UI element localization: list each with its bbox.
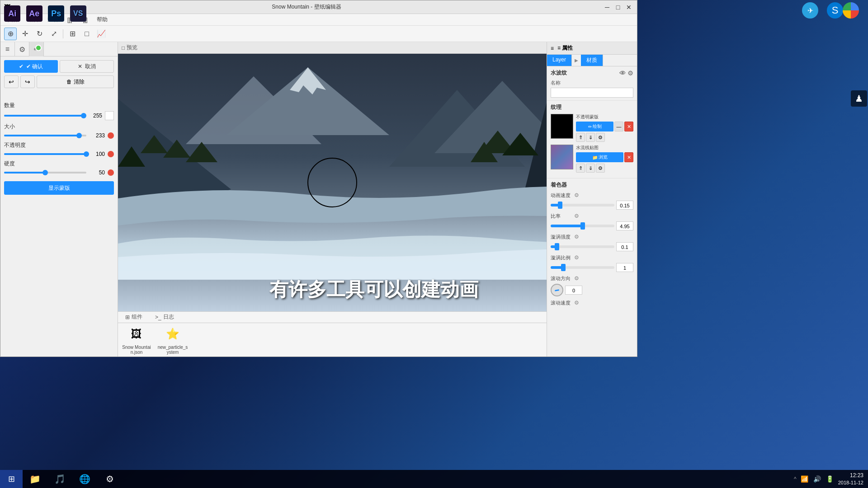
skype-icon[interactable]: S: [827, 2, 843, 19]
adobe-ae-icon[interactable]: Ae: [24, 2, 45, 25]
left-tab-settings[interactable]: ⚙: [15, 42, 29, 56]
opacity-mask-label: 不透明蒙版: [576, 114, 633, 120]
hardness-track[interactable]: [4, 172, 86, 174]
vortex-strength-track[interactable]: [551, 245, 614, 248]
menu-help[interactable]: 帮助: [93, 15, 111, 24]
quantity-input-box: [105, 111, 114, 120]
preview-header: □ 预览: [118, 42, 547, 54]
quantity-track[interactable]: [4, 115, 84, 117]
clear-button[interactable]: 🗑 清除: [37, 75, 114, 88]
water-flow-btn-row: 📁 浏览 ✕: [576, 152, 633, 162]
taskbar-file-explorer[interactable]: 📁: [23, 470, 47, 488]
vortex-strength-gear[interactable]: ⚙: [573, 233, 580, 240]
opacity-mask-btn-c[interactable]: ⚙: [596, 133, 605, 142]
hardness-slider-row: 50: [4, 169, 114, 176]
opacity-mask-btn-row: ✏ 绘制 — ✕: [576, 122, 633, 131]
opacity-value: 100: [89, 151, 105, 157]
undo-button[interactable]: ↩: [4, 75, 19, 88]
browse-button[interactable]: 📁 浏览: [576, 152, 623, 162]
size-track[interactable]: [4, 135, 86, 136]
tool-grid[interactable]: ⊞: [66, 28, 79, 40]
water-flow-btn-a[interactable]: ⇑: [576, 164, 585, 173]
cancel-button[interactable]: ✕ 取消: [60, 60, 114, 73]
hardness-label: 硬度: [4, 160, 114, 168]
vortex-scale-track[interactable]: [551, 266, 614, 269]
left-tab-layers[interactable]: ≡: [0, 42, 15, 56]
opacity-mask-btn-a[interactable]: ⇑: [576, 133, 585, 142]
tool-transform[interactable]: ⤢: [47, 28, 60, 40]
bottom-tab-log[interactable]: >_ 日志: [150, 312, 179, 322]
title-bar: 🖼 Snow Mountain - 壁纸编辑器 ─ □ ✕: [0, 0, 637, 14]
size-label: 大小: [4, 123, 114, 131]
tool-move[interactable]: ⊕: [4, 28, 17, 40]
minimize-button[interactable]: ─: [603, 3, 612, 12]
adobe-ai-icon[interactable]: Ai: [2, 2, 23, 25]
opacity-mask-btn-b[interactable]: ⇓: [586, 133, 595, 142]
ratio-slider: 4.95: [551, 221, 633, 230]
chrome-icon[interactable]: [843, 2, 859, 19]
tray-chevron[interactable]: ^: [794, 476, 797, 482]
vortex-scale-gear[interactable]: ⚙: [573, 254, 580, 261]
redo-button[interactable]: ↪: [20, 75, 35, 88]
water-flow-btn-c[interactable]: ⚙: [596, 164, 605, 173]
tray-network: 📶: [800, 474, 809, 483]
subtitle-text: 有许多工具可以创建动画: [269, 277, 478, 302]
adobe-ps-icon[interactable]: Ps: [46, 2, 67, 25]
water-ripple-eye-icon[interactable]: 👁: [619, 70, 626, 77]
anim-speed-gear[interactable]: ⚙: [573, 192, 580, 199]
opacity-mask-edit-icon[interactable]: —: [614, 122, 623, 131]
colorizer-title: 着色器: [551, 181, 633, 189]
steam-icon[interactable]: ♟: [851, 90, 867, 107]
scroll-dir-knob[interactable]: [551, 284, 563, 296]
asset-particle-system-icon: ⭐: [164, 325, 182, 343]
taskbar-spotify[interactable]: 🎵: [47, 470, 72, 488]
taskbar-settings[interactable]: ⚙: [97, 470, 122, 488]
scene-background: [118, 54, 547, 311]
undo-redo-row: ↩ ↪ 🗑 清除: [4, 75, 114, 88]
opacity-mask-delete[interactable]: ✕: [624, 122, 633, 131]
tray-volume: 🔊: [813, 474, 822, 483]
left-tab-brush[interactable]: ✏: [29, 42, 44, 56]
texture-section: 纹理 不透明蒙版 ✏ 绘制 — ✕: [547, 101, 637, 178]
asset-snow-mountain[interactable]: 🖼 Snow Mountain.json: [121, 325, 152, 355]
bottom-tab-components[interactable]: ⊞ 组件: [120, 312, 148, 322]
right-panel-header: ≡ ≡ 属性: [547, 42, 637, 55]
system-tray: ^ 📶 🔊 🔋 12:23 2018-11-12: [794, 472, 868, 486]
telegram-icon[interactable]: ✈: [802, 2, 818, 19]
opacity-track[interactable]: [4, 153, 86, 155]
water-ripple-settings-icon[interactable]: ⚙: [627, 70, 633, 77]
texture-item-opacity-mask: 不透明蒙版 ✏ 绘制 — ✕ ⇑ ⇓ ⚙: [551, 114, 633, 142]
tool-refresh[interactable]: ↻: [33, 28, 46, 40]
scroll-speed-row: 滚动速度 ⚙: [551, 299, 633, 306]
scroll-dir-label: 滚动方向: [551, 275, 571, 282]
confirm-button[interactable]: ✔ ✔ 确认: [4, 60, 58, 73]
water-flow-delete[interactable]: ✕: [624, 152, 633, 162]
scroll-dir-row: 滚动方向 ⚙: [551, 275, 633, 282]
scroll-dir-gear[interactable]: ⚙: [573, 275, 580, 282]
draw-button[interactable]: ✏ 绘制: [576, 122, 613, 131]
center-area: □ 预览: [118, 42, 547, 357]
close-button[interactable]: ✕: [624, 3, 633, 12]
start-button[interactable]: ⊞: [0, 470, 23, 488]
water-flow-btn-b[interactable]: ⇓: [586, 164, 595, 173]
vscode-icon[interactable]: VS: [68, 2, 89, 25]
right-tab-layer[interactable]: Layer: [547, 55, 572, 66]
main-content: ≡ ⚙ ✏ ✔ ✔ 确认 ✕ 取消: [0, 42, 637, 357]
scroll-speed-gear[interactable]: ⚙: [573, 299, 580, 306]
colorizer-section: 着色器 动画速度 ⚙ 0.15 比率 ⚙: [547, 178, 637, 311]
taskbar-chrome[interactable]: 🌐: [72, 470, 97, 488]
tool-chart[interactable]: 📈: [95, 28, 108, 40]
asset-particle-system[interactable]: ⭐ new_particle_system: [157, 325, 189, 355]
name-input[interactable]: [551, 88, 633, 98]
ratio-gear[interactable]: ⚙: [573, 212, 580, 220]
right-panel: ≡ ≡ 属性 Layer ▶ 材质 水波纹 👁 ⚙ 名称: [547, 42, 637, 357]
maximize-button[interactable]: □: [613, 3, 623, 12]
ratio-track[interactable]: [551, 225, 614, 227]
size-dot: [108, 132, 114, 139]
tool-select[interactable]: ✛: [19, 28, 31, 40]
vortex-scale-value: 1: [616, 263, 633, 272]
right-tab-material[interactable]: 材质: [581, 55, 603, 66]
anim-speed-track[interactable]: [551, 204, 614, 206]
tool-square[interactable]: □: [80, 28, 93, 40]
show-preview-button[interactable]: 显示蒙版: [4, 181, 114, 195]
